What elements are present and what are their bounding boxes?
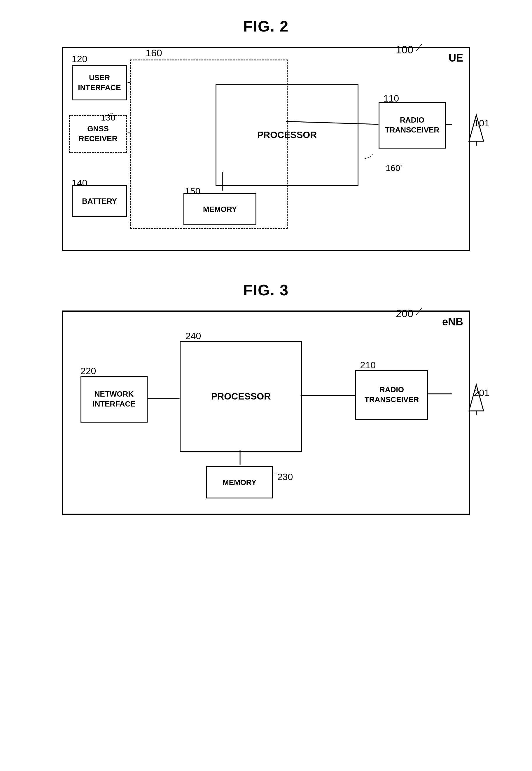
fig3-memory-box: MEMORY xyxy=(206,466,273,499)
fig2-outer-box: UE 120 USERINTERFACE 130 GNSSRECEIVER 14… xyxy=(62,47,470,251)
svg-marker-1 xyxy=(469,115,484,141)
fig2-label-120: 120 xyxy=(72,54,87,64)
fig2-diagram: 100 UE 120 USERINTERFACE 130 xyxy=(62,47,470,251)
svg-marker-9 xyxy=(469,384,484,411)
fig2-ue-label: UE xyxy=(449,52,463,64)
fig3-label-220: 220 xyxy=(81,365,96,376)
fig3-antenna-icon xyxy=(468,382,485,417)
fig2-radio-text: RADIOTRANSCEIVER xyxy=(385,115,439,135)
fig2-battery-box: BATTERY xyxy=(72,185,127,217)
fig2-label-160prime: 160' xyxy=(386,163,402,173)
fig2-user-interface-text: USERINTERFACE xyxy=(78,73,121,93)
fig2-gnss-text: GNSSRECEIVER xyxy=(79,124,118,144)
fig3-memory-text: MEMORY xyxy=(223,478,256,487)
fig2-label-160: 160 xyxy=(146,47,162,59)
fig3-network-box: NETWORKINTERFACE xyxy=(81,376,148,423)
fig2-user-interface-box: USERINTERFACE xyxy=(72,65,127,100)
fig3-label-210: 210 xyxy=(360,360,376,370)
fig3-label-240: 240 xyxy=(185,330,201,341)
fig3-title: FIG. 3 xyxy=(23,281,509,299)
fig2-antenna-icon xyxy=(468,112,485,147)
fig2-section: FIG. 2 100 UE 120 USERINTERFACE 130 xyxy=(23,18,509,252)
fig2-memory-box: MEMORY xyxy=(183,193,256,225)
fig3-radio-box: RADIOTRANSCEIVER xyxy=(355,370,428,420)
svg-text:~: ~ xyxy=(274,471,277,477)
fig3-section: FIG. 3 200 eNB 220 NETWORKINTERFACE 240 xyxy=(23,281,509,516)
fig3-outer-box: eNB 220 NETWORKINTERFACE 240 PROCESSOR 2… xyxy=(62,310,470,515)
fig2-battery-text: BATTERY xyxy=(82,197,117,206)
fig3-radio-text: RADIOTRANSCEIVER xyxy=(365,385,419,405)
page-container: FIG. 2 100 UE 120 USERINTERFACE 130 xyxy=(0,0,532,534)
fig2-radio-box: RADIOTRANSCEIVER xyxy=(379,102,446,148)
fig3-network-text: NETWORKINTERFACE xyxy=(92,389,135,409)
fig3-memory-arrow: ~ xyxy=(274,471,279,477)
fig2-processor-text: PROCESSOR xyxy=(257,130,317,140)
fig3-enb-label: eNB xyxy=(442,316,463,328)
fig2-memory-text: MEMORY xyxy=(203,205,237,214)
fig2-dashed-box: 160 PROCESSOR 150 MEMORY xyxy=(130,60,288,229)
fig3-diagram: 200 eNB 220 NETWORKINTERFACE 240 PROCESS… xyxy=(62,310,470,515)
fig2-title: FIG. 2 xyxy=(23,18,509,35)
fig3-processor-box: PROCESSOR xyxy=(180,341,302,452)
fig3-processor-text: PROCESSOR xyxy=(211,391,271,402)
fig3-memory-id-label: 230 xyxy=(277,472,293,483)
fig2-processor-box: PROCESSOR xyxy=(216,84,358,186)
fig2-gnss-box: GNSSRECEIVER xyxy=(69,115,127,153)
